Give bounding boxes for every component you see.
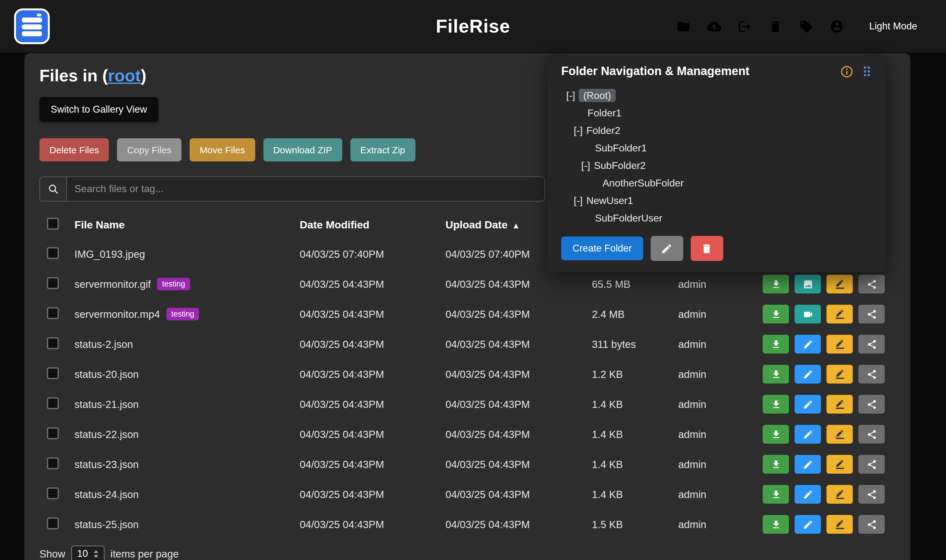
tree-item-label[interactable]: SubFolder1 xyxy=(595,143,647,153)
row-checkbox[interactable] xyxy=(47,397,59,409)
share-button[interactable] xyxy=(858,275,885,294)
preview-image-button[interactable] xyxy=(795,275,821,294)
edit-button[interactable] xyxy=(795,455,821,474)
edit-button[interactable] xyxy=(795,485,821,504)
row-checkbox[interactable] xyxy=(47,367,59,379)
file-name[interactable]: servermonitor.gif xyxy=(74,278,151,290)
download-button[interactable] xyxy=(763,335,789,354)
column-file-name[interactable]: File Name xyxy=(74,219,300,231)
rename-button[interactable] xyxy=(826,275,853,294)
delete-folder-button[interactable] xyxy=(691,236,723,261)
rename-button[interactable] xyxy=(826,335,853,354)
row-checkbox[interactable] xyxy=(47,307,59,319)
file-name[interactable]: status-22.json xyxy=(74,428,138,440)
download-button[interactable] xyxy=(763,365,789,383)
tree-item-label[interactable]: NewUser1 xyxy=(586,195,633,206)
tree-item-label[interactable]: SubFolder2 xyxy=(594,160,645,171)
row-checkbox[interactable] xyxy=(47,457,59,469)
tree-item-folder2[interactable]: [-]Folder2 xyxy=(566,122,872,140)
file-name[interactable]: status-2.json xyxy=(74,338,133,350)
download-button[interactable] xyxy=(763,305,789,323)
tree-item-anothersubfolder[interactable]: AnotherSubFolder xyxy=(566,175,872,192)
rename-button[interactable] xyxy=(826,425,853,444)
share-button[interactable] xyxy=(858,335,885,354)
search-input[interactable] xyxy=(67,177,545,201)
tree-toggle[interactable]: [-] xyxy=(574,195,583,206)
row-checkbox[interactable] xyxy=(47,427,59,439)
share-button[interactable] xyxy=(858,455,885,474)
logout-icon[interactable] xyxy=(738,19,752,34)
tree-item-subfolder1[interactable]: SubFolder1 xyxy=(566,140,872,157)
tree-item-label[interactable]: Folder1 xyxy=(588,108,621,118)
tree-item-subfolderuser[interactable]: SubFolderUser xyxy=(566,209,872,227)
tree-toggle[interactable]: [-] xyxy=(581,160,590,171)
select-all-checkbox[interactable] xyxy=(47,218,59,230)
search-icon[interactable] xyxy=(40,177,67,201)
trash-icon[interactable] xyxy=(769,19,783,34)
rename-folder-button[interactable] xyxy=(651,236,683,261)
info-icon[interactable] xyxy=(840,65,854,78)
gallery-view-button[interactable]: Switch to Gallery View xyxy=(39,97,158,122)
items-per-page-select[interactable]: 10 xyxy=(72,546,105,560)
tree-toggle[interactable]: [-] xyxy=(566,90,575,101)
preview-video-button[interactable] xyxy=(795,305,821,323)
file-name[interactable]: status-21.json xyxy=(74,398,138,410)
tree-item-root[interactable]: [-](Root) xyxy=(566,87,872,105)
tree-item-label[interactable]: Folder2 xyxy=(586,125,620,136)
download-button[interactable] xyxy=(763,455,789,474)
rename-button[interactable] xyxy=(826,455,853,474)
edit-button[interactable] xyxy=(795,425,821,444)
rename-button[interactable] xyxy=(826,395,853,414)
edit-button[interactable] xyxy=(795,335,821,354)
share-button[interactable] xyxy=(858,425,885,444)
share-button[interactable] xyxy=(858,365,885,383)
file-name[interactable]: servermonitor.mp4 xyxy=(74,308,160,320)
download-button[interactable] xyxy=(763,425,789,444)
file-name[interactable]: status-25.json xyxy=(74,518,138,530)
drag-handle-icon[interactable] xyxy=(862,65,872,78)
download-button[interactable] xyxy=(763,515,789,534)
rename-button[interactable] xyxy=(826,485,853,504)
account-icon[interactable] xyxy=(830,19,844,34)
share-button[interactable] xyxy=(858,515,885,534)
tree-item-label[interactable]: AnotherSubFolder xyxy=(603,178,684,188)
file-name[interactable]: status-20.json xyxy=(74,368,138,380)
tree-item-folder1[interactable]: Folder1 xyxy=(566,105,872,122)
light-mode-toggle[interactable]: Light Mode xyxy=(869,21,917,32)
tree-item-label[interactable]: SubFolderUser xyxy=(595,213,662,223)
column-date-modified[interactable]: Date Modified xyxy=(300,219,446,231)
tree-toggle[interactable]: [-] xyxy=(574,125,583,136)
extract-zip-button[interactable]: Extract Zip xyxy=(351,138,415,162)
row-checkbox[interactable] xyxy=(47,517,59,529)
download-zip-button[interactable]: Download ZIP xyxy=(263,138,342,162)
share-button[interactable] xyxy=(858,485,885,504)
edit-button[interactable] xyxy=(795,515,821,534)
edit-button[interactable] xyxy=(795,365,821,383)
row-checkbox[interactable] xyxy=(47,277,59,289)
download-button[interactable] xyxy=(763,275,789,294)
tree-item-newuser1[interactable]: [-]NewUser1 xyxy=(566,192,872,209)
upload-icon[interactable] xyxy=(707,19,722,34)
app-logo[interactable] xyxy=(14,8,50,45)
row-checkbox[interactable] xyxy=(47,247,59,259)
file-name[interactable]: status-23.json xyxy=(74,458,138,470)
file-name[interactable]: IMG_0193.jpeg xyxy=(74,248,145,260)
share-button[interactable] xyxy=(858,395,885,414)
row-checkbox[interactable] xyxy=(47,337,59,349)
tag-icon[interactable] xyxy=(799,19,814,34)
edit-button[interactable] xyxy=(795,395,821,414)
rename-button[interactable] xyxy=(826,515,853,534)
download-button[interactable] xyxy=(763,395,789,414)
folder-icon[interactable] xyxy=(677,19,691,34)
tree-item-label[interactable]: (Root) xyxy=(579,89,615,102)
root-folder-link[interactable]: root xyxy=(108,66,141,85)
file-name[interactable]: status-24.json xyxy=(74,488,138,500)
download-button[interactable] xyxy=(763,485,789,504)
create-folder-button[interactable]: Create Folder xyxy=(561,237,643,260)
row-checkbox[interactable] xyxy=(47,487,59,499)
rename-button[interactable] xyxy=(826,365,853,383)
delete-files-button[interactable]: Delete Files xyxy=(39,138,109,162)
share-button[interactable] xyxy=(858,305,885,323)
copy-files-button[interactable]: Copy Files xyxy=(117,138,182,162)
rename-button[interactable] xyxy=(826,305,853,323)
